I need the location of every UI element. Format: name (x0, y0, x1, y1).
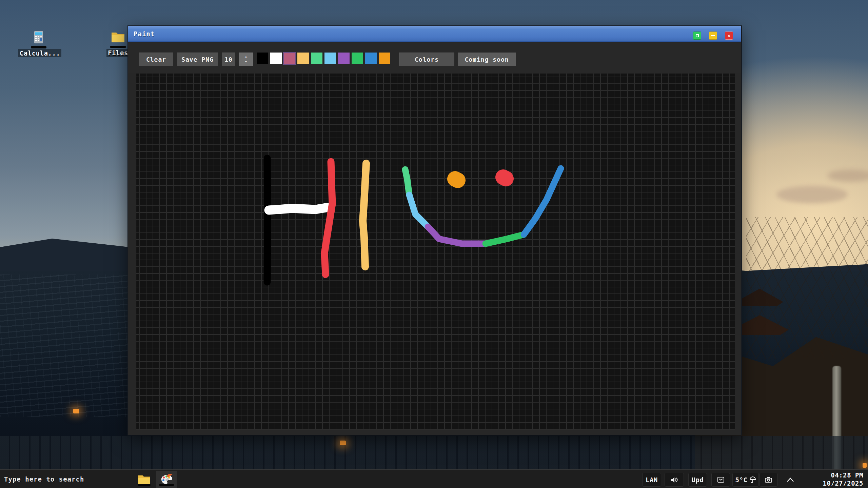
tray-updates[interactable]: Upd (688, 473, 707, 487)
canvas-strokes (136, 74, 735, 430)
stroke-smile-blue (524, 168, 561, 235)
stroke-eye-right (503, 177, 506, 179)
paint-palette-icon (160, 474, 173, 485)
folder-icon (138, 474, 151, 485)
mail-icon (717, 477, 724, 483)
close-icon: ✕ (727, 33, 730, 39)
clear-button[interactable]: Clear (139, 53, 173, 66)
colors-button[interactable]: Colors (399, 53, 454, 66)
search-label: Type here to search (4, 475, 84, 483)
wallpaper-tree-branches (746, 217, 868, 359)
minimize-button[interactable] (709, 32, 717, 40)
title-bar[interactable]: Paint (128, 26, 741, 42)
network-label: LAN (646, 476, 658, 484)
running-indicator (159, 484, 174, 486)
color-swatch-5[interactable] (324, 53, 336, 64)
color-swatch-6[interactable] (338, 53, 350, 64)
wallpaper-fence (0, 436, 868, 469)
wallpaper-lantern (863, 463, 867, 468)
paint-window: Paint ✕ Clear Save PNG 10 + - Colors Com… (127, 25, 742, 435)
paint-toolbar: Clear Save PNG 10 + - Colors Coming soon (128, 43, 741, 73)
tray-volume[interactable] (665, 473, 684, 487)
color-swatch-9[interactable] (379, 53, 390, 64)
stroke-H-right-leg (324, 162, 332, 274)
temperature-label: 5°C (735, 476, 748, 484)
stroke-smile-purple (428, 227, 486, 244)
speaker-icon (671, 477, 678, 483)
running-indicator (138, 484, 151, 486)
coming-soon-button[interactable]: Coming soon (458, 53, 516, 66)
color-swatch-0[interactable] (257, 53, 268, 64)
color-swatch-8[interactable] (365, 53, 377, 64)
tray-network[interactable]: LAN (642, 473, 661, 487)
desktop-icon-calculator[interactable]: Calcula... (18, 31, 59, 57)
stroke-smile-green-left (405, 169, 409, 195)
color-swatch-7[interactable] (352, 53, 363, 64)
stepper-down-icon[interactable]: - (245, 59, 248, 64)
icon-label: Files (106, 49, 130, 57)
color-swatch-3[interactable] (297, 53, 309, 64)
icon-shadow-bar (31, 46, 46, 48)
wallpaper-cloud (776, 186, 848, 203)
clock-date: 10/27/2025 (823, 479, 863, 487)
stroke-smile-skyblue (409, 195, 428, 227)
maximize-button[interactable] (693, 32, 701, 40)
stroke-I-stem (363, 163, 366, 267)
taskbar-app-files[interactable] (134, 471, 154, 488)
calculator-icon (34, 31, 43, 43)
brush-size-value: 10 (222, 53, 235, 66)
chevron-up-icon (787, 477, 794, 482)
color-swatch-2[interactable] (284, 53, 295, 64)
icon-shadow-bar (110, 46, 126, 48)
wallpaper-lantern (73, 409, 79, 413)
clock-time: 04:28 PM (823, 471, 863, 479)
taskbar: Type here to search LAN (0, 469, 868, 488)
updates-label: Upd (692, 476, 704, 484)
tray-expand[interactable] (781, 473, 800, 487)
color-swatch-4[interactable] (311, 53, 322, 64)
wallpaper-lantern (340, 441, 346, 445)
close-button[interactable]: ✕ (725, 32, 733, 40)
desktop: Calcula... Files Paint ✕ Clear Save PNG … (0, 0, 868, 488)
maximize-icon (696, 34, 699, 37)
icon-label: Calcula... (18, 49, 61, 57)
window-title: Paint (134, 30, 155, 38)
drawing-canvas[interactable] (136, 74, 735, 430)
taskbar-app-paint[interactable] (156, 471, 177, 488)
stroke-H-left-leg (267, 158, 268, 282)
camera-icon (765, 477, 772, 483)
tray-weather[interactable]: 5°C (732, 473, 759, 487)
brush-size-stepper[interactable]: + - (239, 53, 253, 66)
tray-mail[interactable] (711, 473, 730, 487)
stroke-smile-green-right (486, 235, 524, 244)
minimize-icon (711, 35, 715, 36)
taskbar-clock[interactable]: 04:28 PM 10/27/2025 (823, 471, 863, 487)
taskbar-search[interactable]: Type here to search (4, 470, 84, 488)
umbrella-icon (750, 476, 756, 483)
stroke-eye-left (455, 179, 458, 180)
folder-icon (111, 31, 125, 43)
stroke-H-crossbar (269, 207, 328, 210)
save-png-button[interactable]: Save PNG (177, 53, 218, 66)
tray-screenshot[interactable] (760, 473, 777, 487)
color-swatch-1[interactable] (270, 53, 282, 64)
